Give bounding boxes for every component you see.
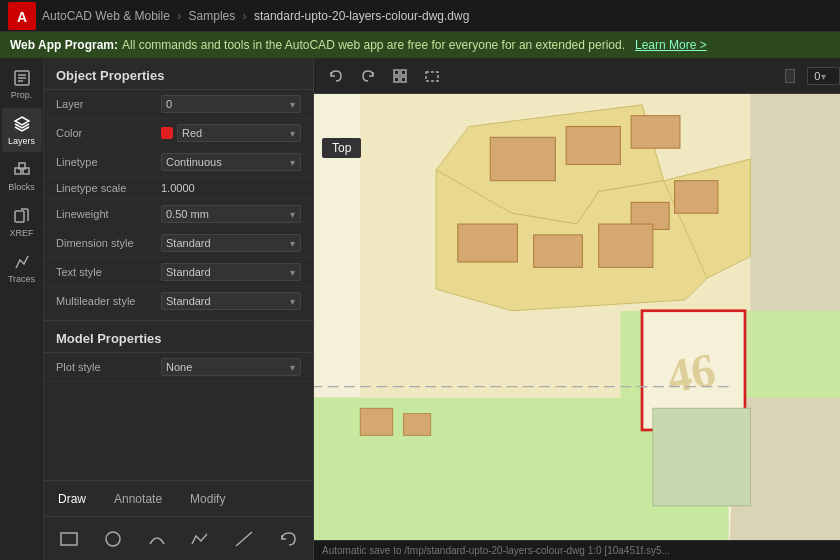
text-style-select-wrapper[interactable]: Standard	[161, 263, 301, 281]
svg-rect-29	[675, 181, 718, 214]
sidebar-item-traces[interactable]: Traces	[2, 246, 42, 290]
svg-rect-32	[534, 235, 583, 268]
svg-rect-13	[394, 70, 399, 75]
svg-line-12	[236, 532, 252, 546]
sidebar-item-prop[interactable]: Prop.	[2, 62, 42, 106]
props-area: Object Properties Layer 0	[44, 58, 313, 480]
sidebar-item-layers-label: Layers	[8, 136, 35, 146]
autocad-logo: A	[8, 2, 36, 30]
toolbar-btn-modify[interactable]: Modify	[184, 488, 231, 510]
sidebar-item-xref[interactable]: XREF	[2, 200, 42, 244]
map-container[interactable]: 46 WEAR BARTON ROAD Top	[314, 94, 840, 560]
layer-color-box	[785, 69, 795, 83]
toolbar-btn-draw[interactable]: Draw	[52, 488, 92, 510]
undo-tool[interactable]	[271, 521, 305, 557]
multileader-style-select[interactable]: Standard	[161, 292, 301, 310]
layer-toolbar-group: 0	[785, 67, 832, 85]
canvas-toolbar: 0	[314, 58, 840, 94]
dim-style-select-wrapper[interactable]: Standard	[161, 234, 301, 252]
polyline-tool[interactable]	[183, 521, 217, 557]
linetype-select[interactable]: Continuous	[161, 153, 301, 171]
lineweight-select[interactable]: 0.50 mm	[161, 205, 301, 223]
redo-button[interactable]	[354, 62, 382, 90]
sidebar-item-blocks[interactable]: Blocks	[2, 154, 42, 198]
sidebar-item-traces-label: Traces	[8, 274, 35, 284]
svg-rect-27	[566, 127, 620, 165]
arc-tool[interactable]	[140, 521, 174, 557]
left-panel: Prop. Layers Blocks	[0, 58, 314, 560]
color-select[interactable]: Red	[177, 124, 301, 142]
plot-style-select-wrapper[interactable]: None	[161, 358, 301, 376]
svg-marker-41	[653, 408, 751, 506]
lineweight-label: Lineweight	[56, 208, 161, 220]
rectangle-tool[interactable]	[52, 521, 86, 557]
svg-rect-33	[599, 224, 653, 267]
color-dot	[161, 127, 173, 139]
color-value: Red	[161, 124, 301, 142]
canvas-area[interactable]: 0	[314, 58, 840, 560]
svg-rect-10	[61, 533, 77, 545]
window-select-button[interactable]	[418, 62, 446, 90]
draw-tools	[44, 516, 313, 560]
bottom-toolbar: Draw Annotate Modify	[44, 480, 313, 516]
main-layout: Prop. Layers Blocks	[0, 58, 840, 560]
canvas-layer-select[interactable]: 0	[807, 67, 840, 85]
dim-style-select[interactable]: Standard	[161, 234, 301, 252]
linetype-scale-value: 1.0000	[161, 182, 301, 194]
map-svg: 46 WEAR BARTON ROAD	[314, 94, 840, 560]
linetype-scale-label: Linetype scale	[56, 182, 161, 194]
multileader-style-label: Multileader style	[56, 295, 161, 307]
svg-rect-40	[404, 414, 431, 436]
status-text: Automatic save to /tmp/standard-upto-20-…	[322, 545, 670, 556]
select-tool-button[interactable]	[386, 62, 414, 90]
svg-rect-39	[360, 408, 393, 435]
svg-rect-15	[394, 77, 399, 82]
circle-tool[interactable]	[96, 521, 130, 557]
props-panel-header: Object Properties	[44, 58, 313, 90]
svg-text:A: A	[17, 9, 27, 25]
svg-rect-28	[631, 116, 680, 149]
plot-style-row: Plot style None	[44, 353, 313, 382]
top-bar: A AutoCAD Web & Mobile › Samples › stand…	[0, 0, 840, 32]
banner-link[interactable]: Learn More >	[635, 38, 707, 52]
plot-style-label: Plot style	[56, 361, 161, 373]
svg-rect-31	[458, 224, 518, 262]
text-style-select[interactable]: Standard	[161, 263, 301, 281]
layer-select[interactable]: 0	[161, 95, 301, 113]
layer-row: Layer 0	[44, 90, 313, 119]
multileader-style-select-wrapper[interactable]: Standard	[161, 292, 301, 310]
lineweight-row: Lineweight 0.50 mm	[44, 200, 313, 229]
color-select-wrapper[interactable]: Red	[161, 124, 301, 142]
breadcrumb: AutoCAD Web & Mobile › Samples › standar…	[42, 9, 469, 23]
icon-sidebar: Prop. Layers Blocks	[0, 58, 44, 560]
layer-select-wrapper[interactable]: 0	[161, 95, 301, 113]
sidebar-item-prop-label: Prop.	[11, 90, 33, 100]
toolbar-btn-annotate[interactable]: Annotate	[108, 488, 168, 510]
multileader-style-value: Standard	[161, 292, 301, 310]
line-tool[interactable]	[227, 521, 261, 557]
lineweight-select-wrapper[interactable]: 0.50 mm	[161, 205, 301, 223]
multileader-style-row: Multileader style Standard	[44, 287, 313, 316]
undo-button[interactable]	[322, 62, 350, 90]
canvas-layer-select-wrapper[interactable]: 0	[799, 67, 832, 85]
status-bar: Automatic save to /tmp/standard-upto-20-…	[314, 540, 840, 560]
svg-rect-9	[15, 211, 24, 222]
color-label: Color	[56, 127, 161, 139]
dim-style-value: Standard	[161, 234, 301, 252]
plot-style-select[interactable]: None	[161, 358, 301, 376]
color-row: Color Red	[44, 119, 313, 148]
linetype-select-wrapper[interactable]: Continuous	[161, 153, 301, 171]
linetype-scale-row: Linetype scale 1.0000	[44, 177, 313, 200]
banner: Web App Program: All commands and tools …	[0, 32, 840, 58]
banner-label: Web App Program:	[10, 38, 118, 52]
model-props-header: Model Properties	[44, 320, 313, 353]
sidebar-item-xref-label: XREF	[9, 228, 33, 238]
map-label: Top	[322, 138, 361, 158]
svg-rect-14	[401, 70, 406, 75]
dim-style-row: Dimension style Standard	[44, 229, 313, 258]
plot-style-value: None	[161, 358, 301, 376]
svg-point-11	[106, 532, 120, 546]
banner-text: All commands and tools in the AutoCAD we…	[122, 38, 625, 52]
sidebar-item-layers[interactable]: Layers	[2, 108, 42, 152]
svg-text:46: 46	[663, 343, 719, 402]
